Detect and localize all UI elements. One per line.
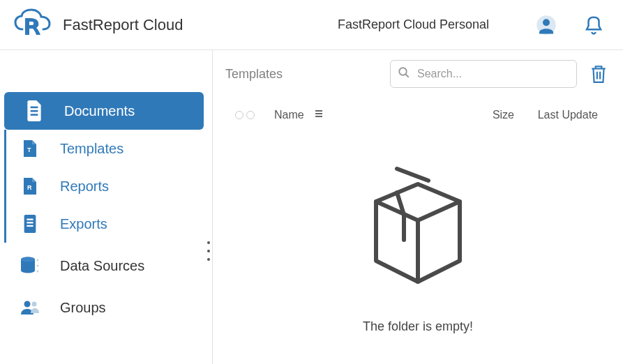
svg-rect-9	[27, 225, 33, 227]
empty-message: The folder is empty!	[363, 319, 473, 334]
sidebar-item-label: Data Sources	[60, 258, 144, 274]
svg-rect-4	[31, 114, 38, 116]
sidebar-item-datasources[interactable]: Data Sources	[0, 247, 212, 285]
svg-point-1	[543, 19, 550, 26]
svg-rect-2	[31, 107, 38, 109]
svg-rect-7	[27, 219, 33, 220]
export-icon	[20, 215, 40, 233]
svg-rect-22	[315, 113, 322, 114]
svg-line-18	[405, 74, 409, 77]
svg-rect-3	[31, 110, 38, 112]
empty-box-icon	[355, 163, 481, 298]
app-logo-icon	[13, 8, 52, 42]
svg-point-13	[36, 264, 38, 266]
svg-point-17	[399, 68, 407, 75]
toolbar: Templates	[225, 60, 610, 88]
user-avatar-icon[interactable]	[534, 13, 559, 38]
trash-button[interactable]	[587, 62, 610, 86]
svg-point-15	[24, 301, 31, 308]
column-last-update[interactable]: Last Update	[514, 109, 598, 121]
sidebar-item-label: Documents	[64, 103, 135, 119]
svg-text:T: T	[27, 146, 31, 153]
select-all-checkbox[interactable]	[235, 111, 263, 119]
sidebar-item-label: Templates	[60, 141, 123, 157]
logo-area: FastReport Cloud	[13, 8, 183, 42]
groups-icon	[20, 299, 40, 316]
search-input[interactable]	[417, 68, 569, 80]
app-title: FastReport Cloud	[63, 16, 183, 34]
sidebar-item-exports[interactable]: Exports	[0, 205, 212, 243]
sidebar-item-groups[interactable]: Groups	[0, 289, 212, 326]
svg-rect-8	[27, 222, 33, 223]
svg-text:R: R	[27, 184, 32, 191]
sidebar-item-label: Exports	[60, 216, 107, 232]
database-icon	[20, 257, 40, 275]
breadcrumb[interactable]: Templates	[225, 67, 380, 82]
sidebar-item-label: Reports	[60, 179, 109, 195]
sidebar-resize-handle[interactable]	[204, 238, 213, 264]
table-header: Name Size Last Update	[225, 98, 610, 132]
sidebar-item-templates[interactable]: T Templates	[0, 130, 212, 167]
search-icon	[398, 66, 410, 82]
template-file-icon: T	[20, 139, 40, 158]
app-header: FastReport Cloud FastReport Cloud Person…	[0, 0, 623, 50]
svg-point-16	[32, 302, 37, 307]
svg-point-14	[36, 270, 38, 272]
main-content: Templates Name Size Last Upd	[213, 50, 623, 364]
sidebar-item-documents[interactable]: Documents	[4, 92, 204, 130]
svg-rect-21	[315, 110, 322, 112]
svg-point-12	[36, 259, 38, 261]
sort-icon[interactable]	[314, 109, 324, 121]
sidebar-item-label: Groups	[60, 300, 106, 316]
empty-state: The folder is empty!	[225, 132, 610, 364]
document-icon	[24, 100, 45, 121]
column-name[interactable]: Name	[274, 109, 304, 121]
svg-point-11	[21, 257, 35, 262]
workspace-name[interactable]: FastReport Cloud Personal	[338, 17, 489, 32]
column-size[interactable]: Size	[451, 109, 514, 121]
svg-rect-23	[315, 116, 322, 117]
sidebar-item-reports[interactable]: R Reports	[0, 167, 212, 205]
report-file-icon: R	[20, 177, 40, 195]
notifications-bell-icon[interactable]	[581, 13, 606, 38]
sidebar: Documents T Templates R Reports Exports …	[0, 50, 213, 364]
search-box[interactable]	[390, 60, 577, 88]
